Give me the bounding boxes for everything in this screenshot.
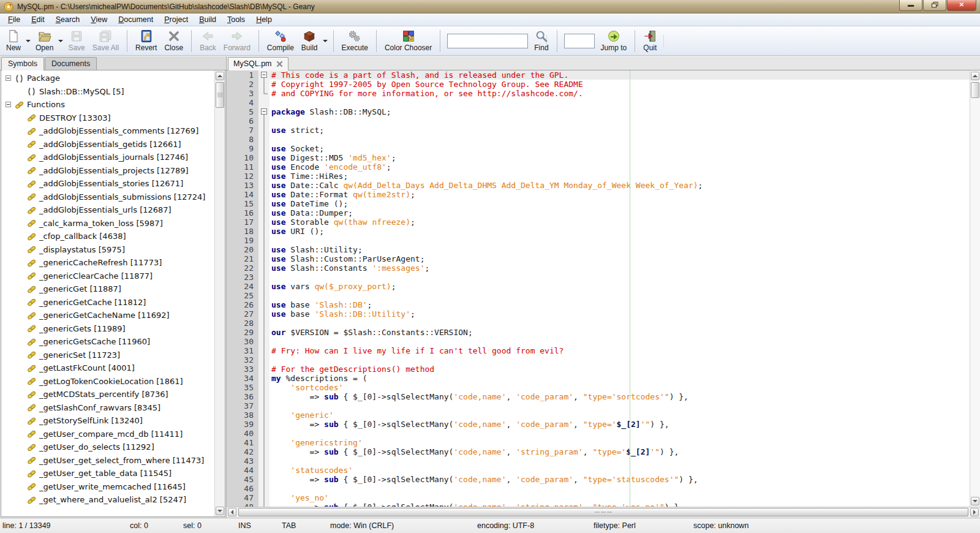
restore-button[interactable]	[923, 0, 946, 11]
tree-item[interactable]: _addGlobjEssentials_getids [12661]	[1, 138, 214, 151]
new-button[interactable]: New	[2, 28, 24, 55]
code-text[interactable]: use Date::Format qw(time2str);	[270, 190, 970, 199]
menu-view[interactable]: View	[85, 14, 113, 25]
tree-item[interactable]: _getUser_compare_mcd_db [11411]	[1, 428, 214, 441]
tree-item[interactable]: _addGlobjEssentials_stories [12671]	[1, 177, 214, 191]
menu-file[interactable]: File	[2, 14, 26, 25]
quit-button[interactable]: Quit	[639, 28, 660, 55]
scroll-down-arrow-icon[interactable]	[216, 507, 224, 515]
revert-button[interactable]: Revert	[132, 28, 160, 55]
sidebar-scrollbar[interactable]	[214, 70, 225, 516]
fold-collapse-icon[interactable]	[258, 107, 270, 116]
code-text[interactable]: package Slash::DB::MySQL;	[270, 107, 970, 116]
code-text[interactable]: use Date::Calc qw(Add_Delta_Days Add_Del…	[270, 181, 970, 190]
tree-item[interactable]: _genericGet [11887]	[1, 282, 214, 296]
menu-document[interactable]: Document	[113, 14, 159, 25]
tree-expander-icon[interactable]	[6, 75, 11, 81]
compile-button[interactable]: Compile	[263, 28, 298, 55]
code-text[interactable]	[270, 429, 970, 438]
tree-item[interactable]: _getSlashConf_rawvars [8345]	[1, 401, 214, 415]
code-text[interactable]: => sub { $_[0]->sqlSelectMany('code,name…	[270, 420, 970, 429]
menu-help[interactable]: Help	[251, 14, 277, 25]
code-text[interactable]: # Fry: How can I live my life if I can't…	[270, 346, 970, 355]
scroll-up-arrow-icon[interactable]	[216, 72, 224, 80]
color-chooser-button[interactable]: Color Chooser	[381, 28, 435, 55]
menu-edit[interactable]: Edit	[26, 14, 50, 25]
tree-item[interactable]: Functions	[1, 98, 214, 112]
code-text[interactable]: use base 'Slash::DB::Utility';	[270, 309, 970, 319]
code-text[interactable]: # For the getDescriptions() method	[270, 365, 970, 374]
tree-item[interactable]: _getUser_do_selects [11292]	[1, 440, 214, 454]
sidebar-scroll-thumb[interactable]	[216, 82, 224, 108]
code-text[interactable]: use vars qw($_proxy_port);	[270, 282, 970, 291]
tree-item[interactable]: _genericGetCache [11812]	[1, 296, 214, 309]
code-text[interactable]: use Storable qw(thaw nfreeze);	[270, 217, 970, 227]
tree-item[interactable]: _cfop_callback [4638]	[1, 230, 214, 243]
tree-item[interactable]: _getMCDStats_percentify [8736]	[1, 388, 214, 401]
tree-item[interactable]: _displaystatus [5975]	[1, 243, 214, 257]
code-text[interactable]: 'yes_no'	[270, 493, 970, 502]
open-dropdown-arrow-icon[interactable]	[57, 28, 64, 55]
jump-to-button[interactable]: Jump to	[597, 28, 631, 55]
tree-expander-icon[interactable]	[6, 102, 11, 107]
tree-item[interactable]: _getLastFkCount [4001]	[1, 361, 214, 375]
code-text[interactable]: use Slash::Utility;	[270, 245, 970, 254]
code-text[interactable]: our $VERSION = $Slash::Constants::VERSIO…	[270, 328, 970, 337]
tree-item[interactable]: _genericSet [11723]	[1, 349, 214, 362]
scroll-up-arrow-icon[interactable]	[971, 72, 979, 80]
code-text[interactable]	[270, 319, 970, 328]
editor-vscroll-thumb[interactable]	[971, 82, 979, 98]
clear-broom-icon[interactable]	[663, 35, 664, 47]
code-text[interactable]	[270, 236, 970, 245]
editor-horizontal-scrollbar[interactable]	[227, 507, 980, 518]
code-text[interactable]: my %descriptions = (	[270, 374, 970, 383]
code-text[interactable]: use Slash::Constants ':messages';	[270, 263, 970, 273]
open-button[interactable]: Open	[32, 28, 57, 55]
tree-item[interactable]: Slash::DB::MySQL [5]	[1, 85, 214, 99]
sidebar-tab-documents[interactable]: Documents	[45, 57, 97, 70]
tree-item[interactable]: _addGlobjEssentials_submissions [12724]	[1, 191, 214, 204]
tab-close-icon[interactable]	[276, 61, 283, 67]
tree-item[interactable]: _genericCacheRefresh [11773]	[1, 256, 214, 270]
build-dropdown-arrow-icon[interactable]	[322, 28, 329, 55]
close-button[interactable]: ✕	[947, 0, 976, 11]
tree-item[interactable]: _addGlobjEssentials_comments [12769]	[1, 124, 214, 138]
code-text[interactable]: use DateTime ();	[270, 199, 970, 208]
close-button[interactable]: Close	[160, 28, 187, 55]
menu-project[interactable]: Project	[159, 14, 194, 25]
tree-item[interactable]: _getUser_get_table_data [11545]	[1, 467, 214, 480]
code-text[interactable]	[270, 116, 970, 126]
code-text[interactable]	[270, 484, 970, 493]
code-text[interactable]	[270, 401, 970, 410]
code-text[interactable]: 'generic'	[270, 410, 970, 420]
code-text[interactable]: 'sortcodes'	[270, 383, 970, 392]
code-text[interactable]: use Slash::Custom::ParUserAgent;	[270, 254, 970, 263]
menu-tools[interactable]: Tools	[222, 14, 251, 25]
scroll-left-arrow-icon[interactable]	[228, 508, 236, 516]
tree-item[interactable]: _addGlobjEssentials_projects [12789]	[1, 164, 214, 178]
code-text[interactable]	[270, 456, 970, 466]
code-text[interactable]: use URI ();	[270, 227, 970, 236]
code-text[interactable]: => sub { $_[0]->sqlSelectMany('code,name…	[270, 502, 970, 507]
scroll-down-arrow-icon[interactable]	[971, 497, 979, 505]
code-text[interactable]: => sub { $_[0]->sqlSelectMany('code,name…	[270, 392, 970, 401]
code-text[interactable]: use Encode 'encode_utf8';	[270, 162, 970, 172]
editor-hscroll-thumb[interactable]	[238, 508, 968, 516]
sidebar-tab-symbols[interactable]: Symbols	[1, 57, 44, 70]
code-text[interactable]	[270, 273, 970, 282]
tree-item[interactable]: _getUser_get_select_from_where [11473]	[1, 454, 214, 467]
code-text[interactable]	[270, 291, 970, 300]
minimize-button[interactable]: ▬	[899, 0, 922, 11]
document-tab[interactable]: MySQL.pm	[228, 57, 288, 70]
code-text[interactable]: => sub { $_[0]->sqlSelectMany('code,name…	[270, 447, 970, 456]
tree-item[interactable]: _get_where_and_valuelist_al2 [5247]	[1, 493, 214, 507]
tree-item[interactable]: _addGlobjEssentials_urls [12687]	[1, 203, 214, 217]
menu-search[interactable]: Search	[50, 14, 86, 25]
code-text[interactable]	[270, 355, 970, 365]
tree-item[interactable]: _calc_karma_token_loss [5987]	[1, 217, 214, 230]
tree-item[interactable]: _getStorySelfLink [13240]	[1, 414, 214, 428]
tree-item[interactable]: DESTROY [13303]	[1, 112, 214, 125]
code-text[interactable]: # This code is a part of Slash, and is r…	[270, 70, 970, 80]
code-text[interactable]: # and COPYING for more information, or s…	[270, 89, 970, 98]
code-text[interactable]: use Socket;	[270, 144, 970, 153]
